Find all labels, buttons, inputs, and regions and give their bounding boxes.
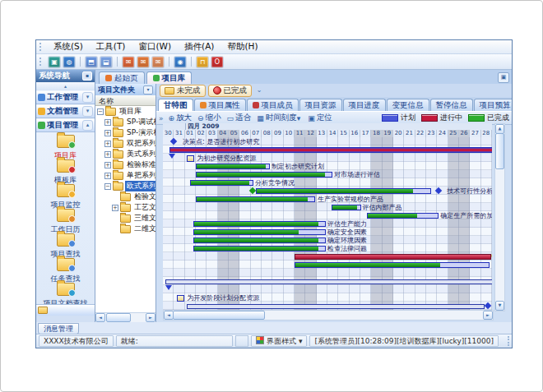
- gantt-tab-7[interactable]: 项目预算: [474, 99, 513, 111]
- task-bar[interactable]: [295, 262, 490, 268]
- scrollbar-thumb[interactable]: [106, 313, 131, 322]
- milestone-icon[interactable]: [484, 302, 490, 309]
- scrollbar-thumb[interactable]: [495, 133, 504, 169]
- tree-item-4[interactable]: +美式系列: [95, 149, 155, 159]
- scroll-left-icon[interactable]: ◄: [95, 313, 105, 322]
- gantt-tab-1[interactable]: 项目属性: [194, 99, 246, 111]
- expander-minus-icon[interactable]: −: [104, 183, 111, 190]
- expander-plus-icon[interactable]: +: [104, 173, 111, 179]
- menu-item-4[interactable]: 帮助(H): [220, 40, 264, 53]
- expander-plus-icon[interactable]: +: [104, 141, 111, 147]
- tree-item-1[interactable]: +SP-调试机系: [95, 117, 155, 127]
- expander-plus-icon[interactable]: +: [104, 130, 111, 136]
- task-note-icon[interactable]: [177, 295, 184, 302]
- task-note-icon[interactable]: [187, 155, 194, 162]
- task-bar[interactable]: [196, 172, 332, 178]
- expander-plus-icon[interactable]: +: [104, 151, 111, 158]
- sidebar-item-2[interactable]: 项目监控: [36, 182, 95, 206]
- task-bar[interactable]: [193, 221, 326, 227]
- tree-item-9[interactable]: +工艺文件: [95, 202, 155, 213]
- filter-button-0[interactable]: 未完成: [160, 85, 206, 97]
- menu-item-1[interactable]: 工具(T): [90, 40, 132, 53]
- gantt-tool-4[interactable]: ▣定位: [308, 113, 332, 123]
- tree-item-3[interactable]: +双把系列: [95, 138, 155, 149]
- sidebar-item-3[interactable]: 工作日历: [36, 206, 95, 231]
- inprogress-bar[interactable]: ►: [295, 254, 491, 260]
- tree-item-10[interactable]: 三维文件: [95, 213, 155, 224]
- expander-minus-icon[interactable]: −: [97, 108, 104, 115]
- notice-icon[interactable]: ✉: [152, 57, 164, 67]
- tree-item-7[interactable]: −欧式系列: [95, 181, 155, 191]
- tree-item-0[interactable]: −项目库: [95, 106, 155, 117]
- gantt-tool-2[interactable]: ▭适合: [227, 113, 252, 123]
- gantt-horizontal-scrollbar[interactable]: ◄ ►: [163, 310, 494, 321]
- sidebar-bottom-section[interactable]: [36, 304, 95, 316]
- more-filters-button[interactable]: ⌄: [254, 85, 264, 95]
- scroll-right-icon[interactable]: ►: [483, 311, 493, 320]
- task-bar[interactable]: [196, 164, 270, 169]
- toolbar-overflow-icon[interactable]: »: [159, 114, 164, 122]
- expander-plus-icon[interactable]: +: [104, 162, 111, 168]
- milestone-icon[interactable]: [170, 138, 177, 145]
- milestone-done-icon[interactable]: [249, 187, 256, 194]
- task-bar[interactable]: [256, 188, 431, 194]
- task-bar[interactable]: [190, 180, 253, 186]
- sidebar-item-6[interactable]: 项目文档查找: [36, 280, 95, 305]
- start-page-icon[interactable]: ⬒: [86, 57, 97, 67]
- report-icon[interactable]: ✉: [137, 57, 149, 67]
- summary-bar[interactable]: [169, 147, 492, 153]
- menu-item-3[interactable]: 插件(A): [178, 40, 220, 53]
- globe-icon[interactable]: ◍: [63, 57, 75, 67]
- lock-icon[interactable]: ⊓: [197, 57, 208, 67]
- expander-plus-icon[interactable]: +: [104, 119, 111, 126]
- exit-icon[interactable]: O: [211, 57, 223, 67]
- mail-icon[interactable]: ✉: [123, 57, 134, 67]
- gantt-vertical-scrollbar[interactable]: ▲ ▼: [494, 123, 505, 311]
- scroll-right-icon[interactable]: ►: [146, 313, 155, 322]
- task-bar[interactable]: [193, 238, 326, 243]
- sidebar-item-5[interactable]: 任务查找: [36, 256, 95, 280]
- task-bar[interactable]: [367, 213, 439, 219]
- sidebar-item-1[interactable]: 模板库: [36, 157, 95, 182]
- task-bar[interactable]: [332, 205, 360, 210]
- task-bar[interactable]: [193, 246, 326, 251]
- doc-tab-0[interactable]: 起始页: [99, 71, 145, 84]
- chevron-up-icon[interactable]: ▴: [82, 120, 93, 131]
- tree-horizontal-scrollbar[interactable]: ◄ ►: [95, 312, 155, 322]
- resize-grip[interactable]: [501, 336, 509, 346]
- gantt-tab-6[interactable]: 暂停信息: [430, 99, 473, 111]
- sidebar-menu-icon[interactable]: ▪: [82, 71, 92, 81]
- chevron-down-icon[interactable]: ▾: [82, 92, 93, 103]
- pin-icon[interactable]: ▾: [143, 85, 153, 95]
- task-bar[interactable]: [193, 229, 326, 235]
- sidebar-section-2[interactable]: 项目管理▴: [36, 118, 95, 132]
- menu-item-2[interactable]: 窗口(W): [132, 40, 178, 53]
- gantt-tool-3[interactable]: ▦时间刻度 ▾: [257, 113, 302, 123]
- chevron-down-icon[interactable]: ▾: [82, 106, 93, 117]
- toolbar-grip[interactable]: [39, 58, 44, 66]
- ui-style-button[interactable]: 界面样式 ▾: [251, 335, 307, 347]
- milestone-icon[interactable]: [434, 187, 441, 194]
- message-management-tab[interactable]: 消息管理: [38, 323, 79, 334]
- sidebar-item-4[interactable]: 项目查找: [36, 231, 95, 256]
- tree-item-6[interactable]: +单把系列: [95, 170, 155, 181]
- tree-item-11[interactable]: 二维文件: [95, 224, 155, 234]
- tab-list-button[interactable]: ▣: [498, 72, 509, 83]
- planned-bar[interactable]: [187, 304, 485, 309]
- gantt-tab-4[interactable]: 项目进度: [343, 99, 386, 111]
- filter-button-1[interactable]: 已完成: [208, 85, 253, 97]
- expander-plus-icon[interactable]: +: [112, 205, 118, 211]
- project-window-icon[interactable]: ⬓: [100, 57, 112, 67]
- sidebar-section-1[interactable]: 文档管理▾: [36, 104, 95, 118]
- menubar-grip[interactable]: [39, 43, 44, 51]
- tree-item-5[interactable]: +检验标准: [95, 159, 155, 170]
- sidebar-section-0[interactable]: 工作管理▾: [36, 90, 95, 104]
- tree-item-2[interactable]: +SP-演示机系: [95, 127, 155, 138]
- menu-item-0[interactable]: 系统(S): [47, 40, 90, 53]
- scroll-down-icon[interactable]: ▼: [495, 301, 504, 311]
- gantt-tab-3[interactable]: 项目资源: [299, 99, 342, 111]
- scrollbar-thumb[interactable]: [173, 311, 265, 320]
- gantt-tab-0[interactable]: 甘特图: [158, 99, 193, 111]
- sidebar-item-0[interactable]: 项目库: [36, 132, 95, 157]
- help-icon[interactable]: ◉: [174, 57, 186, 67]
